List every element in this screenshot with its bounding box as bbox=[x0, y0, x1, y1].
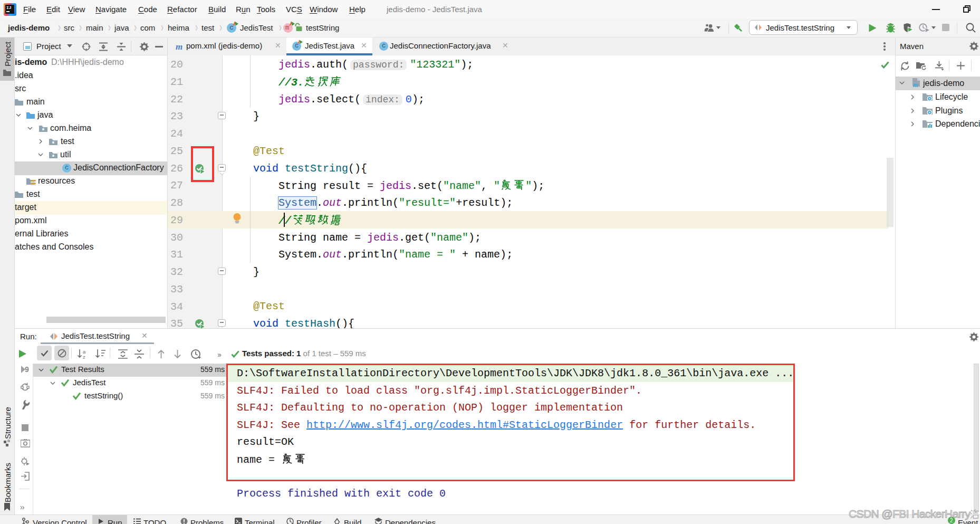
svg-text:m: m bbox=[913, 81, 918, 88]
svg-text:z: z bbox=[83, 354, 85, 359]
svg-text:9: 9 bbox=[25, 365, 29, 374]
